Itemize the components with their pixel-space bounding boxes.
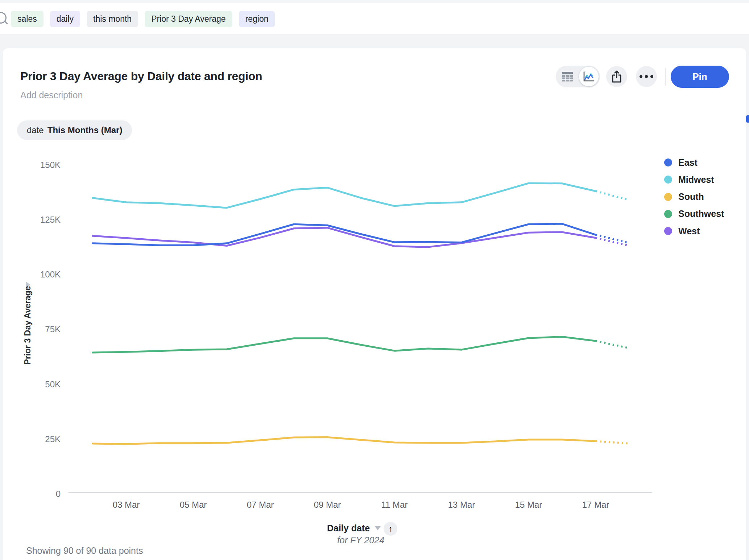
x-axis-tick-label: 09 Mar [304,500,351,510]
view-toggle[interactable] [556,66,600,87]
pin-button[interactable]: Pin [671,66,729,88]
add-description[interactable]: Add description [20,90,83,100]
table-view-icon[interactable] [562,71,573,82]
y-axis-tick-label: 50K [29,379,61,390]
y-axis-tick-label: 75K [29,324,61,334]
search-icon [0,12,8,25]
share-icon [611,70,622,83]
legend-label: East [678,157,698,168]
legend-item-east[interactable]: East [664,157,698,168]
search-token[interactable]: sales [11,11,44,27]
search-token[interactable]: daily [50,11,80,27]
x-axis-note: for FY 2024 [337,535,384,545]
x-axis-tick-label: 07 Mar [237,500,284,510]
x-axis-tick-label: 05 Mar [170,500,217,510]
legend-item-south[interactable]: South [664,192,704,202]
more-options-icon [640,75,653,78]
legend-swatch [664,176,672,184]
y-axis-title[interactable]: Prior 3 Day Average [23,286,33,365]
x-axis-tick-label: 17 Mar [572,500,619,510]
right-edge-indicator[interactable] [746,115,749,123]
x-axis-line [68,492,652,493]
legend-label: Southwest [678,209,724,219]
data-points-status: Showing 90 of 90 data points [26,545,143,556]
page-title: Prior 3 Day Average by Daily date and re… [20,70,262,83]
chart-view-selected[interactable] [579,67,599,86]
x-axis-tick-label: 13 Mar [438,500,485,510]
y-axis-tick-label: 125K [29,215,61,225]
search-token[interactable]: Prior 3 Day Average [145,11,232,27]
y-axis-tick-label: 25K [29,434,61,444]
app-screen: salesdailythis monthPrior 3 Day Averager… [0,0,749,560]
x-axis-tick-label: 15 Mar [505,500,552,510]
filter-value: This Months (Mar) [47,125,123,135]
legend-swatch [664,158,672,166]
filter-field: date [27,125,44,135]
y-axis-tick-label: 150K [29,160,61,170]
x-axis-tick-label: 03 Mar [103,500,150,510]
sort-direction-button[interactable]: ↑ [384,522,397,536]
legend-label: West [678,226,700,236]
share-button[interactable] [606,66,627,87]
line-chart-view-icon [583,71,595,82]
legend-swatch [664,227,672,235]
legend-item-southwest[interactable]: Southwest [664,209,724,219]
legend-label: South [678,192,704,202]
legend-swatch [664,193,672,201]
legend-item-west[interactable]: West [664,226,700,236]
legend-label: Midwest [678,174,714,185]
chevron-down-icon[interactable] [375,526,381,530]
toolbar-divider [665,68,666,86]
y-axis-tick-label: 100K [29,269,61,280]
x-axis-tick-label: 11 Mar [371,500,418,510]
y-axis-tick-label: 0 [29,489,61,499]
date-filter-chip[interactable]: date This Months (Mar) [17,120,132,140]
search-bar[interactable]: salesdailythis monthPrior 3 Day Averager… [0,3,749,35]
search-token-list: salesdailythis monthPrior 3 Day Averager… [11,3,275,34]
x-axis-field-label[interactable]: Daily date [327,523,370,534]
search-token[interactable]: this month [87,11,138,27]
top-strip [0,0,749,3]
legend-swatch [664,210,672,218]
legend-item-midwest[interactable]: Midwest [664,174,714,185]
search-token[interactable]: region [239,11,275,27]
arrow-up-icon: ↑ [388,524,393,534]
more-options-button[interactable] [636,66,657,87]
